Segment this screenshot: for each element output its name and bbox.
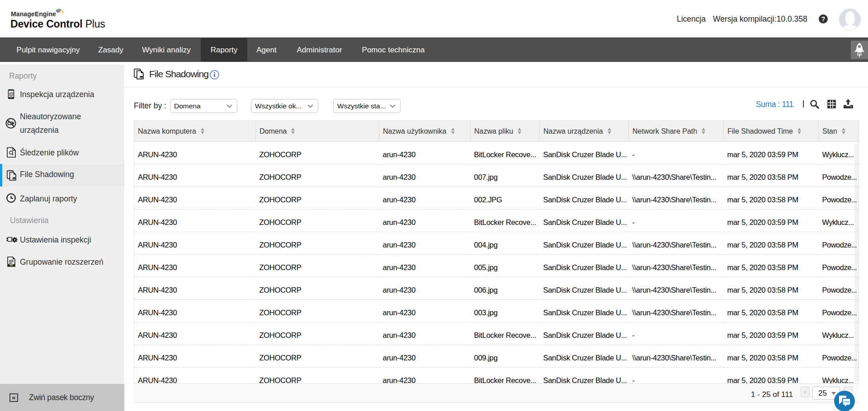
svg-text:@: @ bbox=[9, 91, 13, 97]
svg-text:TXT: TXT bbox=[9, 264, 14, 266]
